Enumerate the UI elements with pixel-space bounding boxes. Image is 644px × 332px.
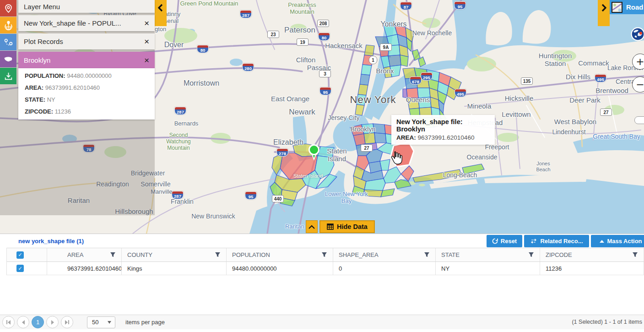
previous-page-button[interactable] bbox=[17, 316, 29, 328]
map-place-label: Commack bbox=[578, 59, 609, 67]
page-size-select[interactable]: 50 bbox=[87, 316, 115, 328]
highway-shield: 135 bbox=[521, 77, 533, 85]
highway-shield: 287 bbox=[172, 191, 184, 199]
reset-label: Reset bbox=[501, 238, 517, 245]
highway-shield: 87 bbox=[400, 2, 412, 10]
map-place-label: New York bbox=[350, 94, 396, 105]
locate-globe-button[interactable] bbox=[631, 27, 644, 43]
zip-region[interactable] bbox=[380, 159, 390, 170]
record-marker-pin[interactable] bbox=[307, 144, 321, 163]
layer-item-label: New York_shape file - POPUL... bbox=[24, 19, 121, 27]
territory-map-tool-button[interactable] bbox=[0, 51, 16, 67]
expand-style-panel-button[interactable] bbox=[598, 0, 610, 26]
zip-region[interactable] bbox=[364, 133, 375, 144]
layer-item-plot-records[interactable]: Plot Records × bbox=[18, 33, 155, 49]
map-place-label: Bronx bbox=[376, 67, 394, 75]
highway-shield: 287 bbox=[174, 107, 186, 115]
column-header-population[interactable]: POPULATION bbox=[227, 248, 333, 261]
column-header-county[interactable]: COUNTY bbox=[122, 248, 227, 261]
tool-sidebar bbox=[0, 0, 16, 85]
close-icon[interactable]: × bbox=[144, 37, 149, 46]
feature-field: ZIPCODE: 11236 bbox=[25, 108, 155, 115]
map-style-button[interactable]: Road bbox=[610, 0, 644, 14]
row-checkbox[interactable]: ✓ bbox=[16, 251, 24, 259]
related-arrows-icon bbox=[530, 238, 537, 244]
map-place-label: New Brunswick bbox=[191, 212, 235, 220]
caret-up-icon bbox=[600, 240, 604, 243]
highway-shield: 440 bbox=[272, 195, 284, 202]
zip-region[interactable] bbox=[388, 55, 401, 66]
zip-region[interactable] bbox=[400, 55, 408, 66]
table-header-row: ✓AREACOUNTYPOPULATIONSHAPE_AREASTATEZIPC… bbox=[7, 248, 644, 262]
plot-pin-tool-button[interactable] bbox=[0, 0, 16, 16]
tooltip-area: AREA: 96373991.62010460 bbox=[396, 134, 490, 141]
cell-population: 94480.00000000 bbox=[227, 262, 333, 275]
map-place-label: Staten Island bbox=[293, 173, 323, 179]
map-place-label: Dover bbox=[164, 41, 184, 49]
map-application: Byram CovengtonGreen Pond MountainPicati… bbox=[0, 0, 644, 332]
related-records-button[interactable]: Related Reco... bbox=[524, 235, 589, 247]
tooltip-area-label: AREA: bbox=[396, 134, 416, 141]
filter-icon[interactable] bbox=[424, 252, 430, 258]
next-page-button[interactable] bbox=[46, 316, 59, 328]
cell-state: NY bbox=[436, 262, 540, 275]
highway-shield: 678 bbox=[410, 76, 422, 85]
hide-data-button[interactable]: Hide Data bbox=[319, 220, 375, 233]
close-icon[interactable]: × bbox=[144, 19, 149, 27]
map-place-label: Bernards bbox=[174, 120, 199, 127]
pagination-bar: 1 50 items per page (1 Selected) 1 - 1 o… bbox=[0, 315, 644, 329]
minus-icon: − bbox=[636, 79, 644, 90]
zip-region[interactable] bbox=[364, 45, 374, 56]
zip-region[interactable] bbox=[361, 65, 372, 75]
map-tooltip: New York_shape file: Brooklyn AREA: 9637… bbox=[391, 115, 495, 145]
zip-region[interactable] bbox=[360, 74, 370, 85]
map-extra-control[interactable] bbox=[634, 116, 644, 124]
column-header-shape_area[interactable]: SHAPE_AREA bbox=[333, 248, 436, 261]
grid-layer-link[interactable]: new york_shape file (1) bbox=[18, 238, 84, 245]
highway-shield: 287 bbox=[240, 10, 252, 18]
collapse-grid-button[interactable] bbox=[306, 220, 318, 233]
grid-toolbar: new york_shape file (1) Reset Related Re… bbox=[0, 234, 644, 248]
route-tool-button[interactable] bbox=[0, 34, 16, 50]
close-icon[interactable]: × bbox=[144, 56, 149, 65]
filter-icon[interactable] bbox=[321, 252, 327, 258]
highway-shield: 295 bbox=[421, 72, 433, 81]
highway-shield: 278 bbox=[276, 148, 288, 157]
geo-pin-globe-tool-button[interactable] bbox=[0, 17, 16, 33]
highway-shield: 95 bbox=[319, 87, 331, 95]
highway-shield: 80 bbox=[318, 33, 330, 41]
zip-region[interactable] bbox=[374, 133, 386, 143]
zip-region[interactable] bbox=[412, 49, 420, 60]
mass-action-button[interactable]: Mass Action bbox=[591, 235, 644, 247]
map-place-label: Oceanside bbox=[467, 153, 498, 161]
highway-shield: 495 bbox=[455, 89, 466, 97]
filter-icon[interactable] bbox=[632, 252, 638, 258]
download-tool-button[interactable] bbox=[0, 68, 16, 84]
first-page-button[interactable] bbox=[2, 316, 15, 328]
column-header-state[interactable]: STATE bbox=[436, 248, 540, 261]
page-1-button[interactable]: 1 bbox=[32, 316, 44, 328]
column-header-zipcode[interactable]: ZIPCODE bbox=[540, 248, 644, 261]
related-records-label: Related Reco... bbox=[540, 238, 583, 245]
table-row[interactable]: ✓96373991.62010460Kings94480.000000000NY… bbox=[7, 262, 644, 275]
collapse-layer-panel-button[interactable] bbox=[155, 0, 167, 26]
map-place-label: Green Pond Mountain bbox=[180, 0, 238, 7]
map-place-label: Long Beach bbox=[443, 171, 477, 179]
selected-feature-header[interactable]: Brooklyn × bbox=[18, 52, 155, 68]
map-place-label: Second Watchung Mountain bbox=[166, 132, 191, 151]
map-place-label: Brooklyn bbox=[351, 125, 375, 133]
map-place-label: Newark bbox=[289, 108, 315, 117]
filter-icon[interactable] bbox=[528, 252, 534, 258]
highway-shield: 1 bbox=[369, 56, 378, 65]
column-header-area[interactable]: AREA bbox=[47, 248, 122, 261]
last-page-button[interactable] bbox=[61, 316, 73, 328]
filter-icon[interactable] bbox=[215, 252, 221, 258]
reset-button[interactable]: Reset bbox=[487, 235, 522, 247]
filter-icon[interactable] bbox=[110, 252, 116, 258]
tooltip-title: New York_shape file: Brooklyn bbox=[396, 118, 490, 133]
highway-shield: 19 bbox=[297, 38, 308, 46]
row-checkbox[interactable]: ✓ bbox=[16, 265, 24, 272]
layer-item-shapefile[interactable]: New York_shape file - POPUL... × bbox=[18, 15, 155, 31]
highway-shield: 95 bbox=[245, 191, 257, 200]
map-style-label: Road bbox=[626, 3, 644, 11]
